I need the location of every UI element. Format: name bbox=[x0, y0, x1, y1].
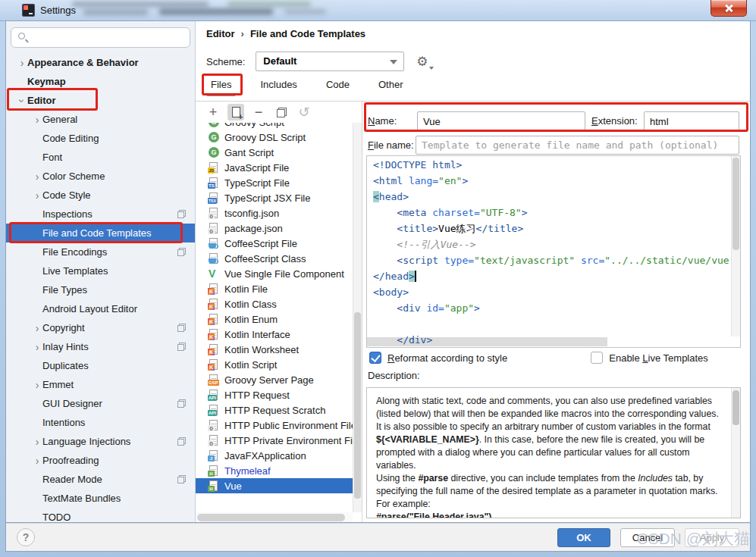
template-list-horizontal-scrollbar[interactable] bbox=[196, 512, 353, 523]
sidebar-item-code-style[interactable]: ›Code Style bbox=[6, 186, 195, 205]
scheme-select[interactable]: Default bbox=[256, 52, 404, 71]
sidebar-item-language-injections[interactable]: ›Language Injections bbox=[6, 432, 195, 451]
sidebar-item-copyright[interactable]: ›Copyright bbox=[6, 318, 195, 337]
extension-input[interactable] bbox=[644, 111, 739, 131]
sidebar-item-emmet[interactable]: ›Emmet bbox=[6, 375, 195, 394]
editor-vertical-scrollbar[interactable] bbox=[731, 156, 740, 336]
chevron-right-icon[interactable]: › bbox=[32, 437, 42, 447]
template-item-http-request-scratch[interactable]: APIHTTP Request Scratch bbox=[196, 402, 353, 418]
scrollbar-thumb[interactable] bbox=[732, 390, 739, 425]
reset-template-button[interactable]: ↺ bbox=[296, 104, 312, 120]
sidebar-item-appearance-behavior[interactable]: ›Appearance & Behavior bbox=[6, 53, 195, 72]
template-item-kotlin-script[interactable]: KKotlin Script bbox=[196, 357, 353, 372]
chevron-right-icon[interactable]: › bbox=[17, 58, 27, 68]
text-caret bbox=[415, 271, 416, 282]
scrollbar-thumb[interactable] bbox=[354, 312, 361, 499]
sidebar-item-label: Inspections bbox=[42, 208, 93, 220]
template-item-http-private-environment-file[interactable]: {}HTTP Private Environment File bbox=[196, 433, 353, 448]
file-name-input[interactable] bbox=[416, 136, 739, 155]
title-bar[interactable]: Settings bbox=[0, 0, 756, 21]
sidebar-item-color-scheme[interactable]: ›Color Scheme bbox=[6, 167, 195, 186]
sidebar-item-file-types[interactable]: File Types bbox=[6, 280, 195, 299]
sidebar-item-todo[interactable]: TODO bbox=[6, 508, 195, 523]
sidebar-item-code-editing[interactable]: Code Editing bbox=[6, 129, 195, 148]
sidebar-item-inspections[interactable]: Inspections bbox=[6, 205, 195, 224]
name-input[interactable] bbox=[417, 111, 585, 131]
template-item-vue-single-file-component[interactable]: Vue Single File Component bbox=[196, 266, 353, 281]
template-item-kotlin-enum[interactable]: KKotlin Enum bbox=[196, 311, 353, 327]
template-item-tsconfig-json[interactable]: {}tsconfig.json bbox=[196, 205, 353, 221]
sidebar-item-file-and-code-templates[interactable]: File and Code Templates bbox=[6, 224, 195, 243]
template-item-thymeleaf[interactable]: HThymeleaf bbox=[196, 463, 353, 478]
chevron-right-icon[interactable]: › bbox=[32, 380, 42, 390]
sidebar-item-font[interactable]: Font bbox=[6, 148, 195, 167]
template-item-groovy-server-page[interactable]: GSPGroovy Server Page bbox=[196, 372, 353, 387]
reformat-checkbox[interactable] bbox=[369, 352, 381, 364]
description-vertical-scrollbar[interactable] bbox=[731, 388, 740, 518]
live-templates-checkbox[interactable] bbox=[591, 352, 603, 364]
sidebar-item-editor[interactable]: ›Editor bbox=[6, 91, 195, 110]
template-toolbar: + − ↺ bbox=[196, 102, 362, 123]
template-item-coffeescript-file[interactable]: CoffeeScript File bbox=[196, 236, 353, 251]
template-item-package-json[interactable]: {}package.json bbox=[196, 221, 353, 236]
editor-line bbox=[373, 316, 730, 332]
sidebar-item-live-templates[interactable]: Live Templates bbox=[6, 261, 195, 280]
sidebar-item-reader-mode[interactable]: Reader Mode bbox=[6, 470, 195, 489]
template-item-kotlin-class[interactable]: KKotlin Class bbox=[196, 296, 353, 311]
template-item-groovy-dsl-script[interactable]: Groovy DSL Script bbox=[196, 130, 353, 145]
template-list-vertical-scrollbar[interactable] bbox=[353, 123, 362, 512]
chevron-right-icon[interactable]: › bbox=[32, 114, 42, 125]
template-detail-pane: Name: Extension: File name: <!DOCTYPE ht… bbox=[362, 102, 750, 523]
sidebar-item-duplicates[interactable]: Duplicates bbox=[6, 356, 195, 375]
chevron-down-icon[interactable]: › bbox=[17, 95, 27, 106]
sidebar-item-keymap[interactable]: Keymap bbox=[6, 72, 195, 91]
chevron-right-icon[interactable]: › bbox=[32, 171, 42, 182]
scrollbar-thumb[interactable] bbox=[197, 514, 345, 521]
sidebar-item-inlay-hints[interactable]: ›Inlay Hints bbox=[6, 337, 195, 356]
scrollbar-thumb[interactable] bbox=[732, 158, 739, 250]
template-item-typescript-file[interactable]: TSTypeScript File bbox=[196, 175, 353, 190]
template-item-javafxapplication[interactable]: JJavaFXApplication bbox=[196, 448, 353, 463]
close-button[interactable] bbox=[711, 0, 747, 17]
template-item-coffeescript-class[interactable]: CoffeeScript Class bbox=[196, 251, 353, 266]
template-item-http-public-environment-file[interactable]: {}HTTP Public Environment File bbox=[196, 418, 353, 433]
vue-file-icon bbox=[208, 268, 220, 280]
create-template-button[interactable]: + bbox=[205, 104, 221, 120]
sidebar-item-gui-designer[interactable]: GUI Designer bbox=[6, 394, 195, 413]
remove-template-button[interactable]: − bbox=[250, 104, 267, 120]
template-item-kotlin-worksheet[interactable]: KKotlin Worksheet bbox=[196, 342, 353, 357]
create-child-template-button[interactable] bbox=[227, 104, 244, 120]
scheme-actions-button[interactable]: ⚙ bbox=[416, 55, 428, 68]
sidebar-item-textmate-bundles[interactable]: TextMate Bundles bbox=[6, 489, 195, 508]
search-input[interactable] bbox=[11, 27, 190, 48]
template-item-kotlin-interface[interactable]: KKotlin Interface bbox=[196, 327, 353, 342]
chevron-right-icon[interactable]: › bbox=[32, 342, 42, 352]
tab-code[interactable]: Code bbox=[322, 74, 354, 101]
sidebar-item-proofreading[interactable]: ›Proofreading bbox=[6, 451, 195, 470]
template-item-gant-script[interactable]: Gant Script bbox=[196, 145, 353, 160]
sidebar-item-file-encodings[interactable]: File Encodings bbox=[6, 243, 195, 261]
template-item-vue[interactable]: HVue bbox=[196, 478, 353, 493]
help-button[interactable]: ? bbox=[17, 528, 35, 546]
copy-template-button[interactable] bbox=[273, 104, 290, 120]
sidebar-item-label: Code Editing bbox=[42, 133, 99, 144]
template-code-editor[interactable]: <!DOCTYPE html><html lang="en"><head> <m… bbox=[366, 155, 741, 348]
ok-button[interactable]: OK bbox=[557, 528, 610, 547]
sidebar-item-intentions[interactable]: Intentions bbox=[6, 413, 195, 432]
sidebar-item-android-layout-editor[interactable]: Android Layout Editor bbox=[6, 299, 195, 318]
chevron-right-icon[interactable]: › bbox=[32, 455, 42, 466]
template-item-typescript-jsx-file[interactable]: TSXTypeScript JSX File bbox=[196, 190, 353, 205]
breadcrumb-editor[interactable]: Editor bbox=[206, 28, 235, 39]
chevron-right-icon[interactable]: › bbox=[32, 190, 42, 201]
template-item-groovy-script[interactable]: Groovy Script bbox=[196, 123, 353, 130]
template-item-http-request[interactable]: APIHTTP Request bbox=[196, 387, 353, 402]
tab-other[interactable]: Other bbox=[374, 74, 408, 101]
chevron-right-icon[interactable]: › bbox=[32, 323, 42, 333]
scheme-row: Scheme: Default ⚙ bbox=[206, 52, 428, 71]
sidebar-item-label: Android Layout Editor bbox=[42, 303, 137, 314]
tab-files[interactable]: Files bbox=[206, 74, 236, 101]
template-item-javascript-file[interactable]: JSJavaScript File bbox=[196, 160, 353, 175]
tab-includes[interactable]: Includes bbox=[256, 74, 301, 101]
template-item-kotlin-file[interactable]: KKotlin File bbox=[196, 281, 353, 296]
sidebar-item-general[interactable]: ›General bbox=[6, 110, 195, 129]
